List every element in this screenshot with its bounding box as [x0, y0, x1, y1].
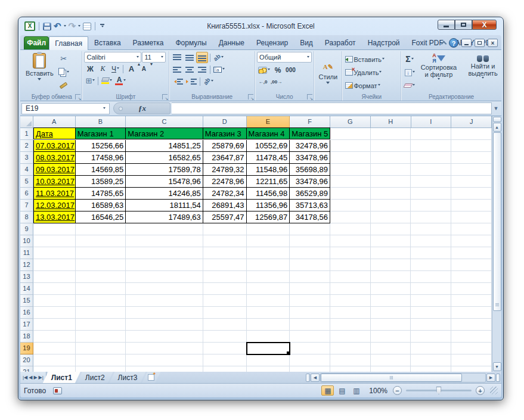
formula-input[interactable] [172, 102, 492, 114]
cell-J11[interactable] [451, 247, 492, 259]
collapse-ribbon-icon[interactable] [441, 41, 447, 47]
cell-G21[interactable] [330, 366, 371, 372]
cell-A14[interactable] [33, 283, 76, 295]
decrease-indent-button[interactable] [171, 76, 184, 87]
sheet-tab-лист1[interactable]: Лист1 [43, 372, 80, 383]
col-header-E[interactable]: E [247, 116, 290, 128]
undo-dropdown-icon[interactable] [64, 25, 66, 28]
row-header-5[interactable]: 5 [20, 176, 33, 188]
col-header-D[interactable]: D [203, 116, 247, 128]
tab-file[interactable]: Файл [24, 36, 49, 49]
cell-D4[interactable]: 24789,32 [203, 164, 247, 176]
cell-A16[interactable] [33, 307, 76, 319]
cell-B5[interactable]: 13589,25 [76, 176, 126, 188]
cell-E6[interactable]: 11456,98 [247, 188, 290, 200]
cell-E12[interactable] [247, 259, 290, 271]
cell-F18[interactable] [290, 331, 330, 343]
cell-H18[interactable] [371, 331, 411, 343]
accounting-format-button[interactable] [257, 64, 271, 76]
col-header-C[interactable]: C [126, 116, 203, 128]
cell-D6[interactable]: 24782,34 [203, 188, 247, 200]
cell-I3[interactable] [411, 152, 451, 164]
cell-J12[interactable] [451, 259, 492, 271]
cell-D15[interactable] [203, 295, 247, 307]
cell-E16[interactable] [247, 307, 290, 319]
horizontal-scrollbar[interactable]: ◀ ▶ [305, 372, 501, 383]
cell-J5[interactable] [451, 176, 492, 188]
copy-button[interactable] [57, 67, 70, 78]
cell-I21[interactable] [411, 366, 451, 372]
cell-E21[interactable] [247, 366, 290, 372]
cell-J13[interactable] [451, 271, 492, 283]
row-header-13[interactable]: 13 [20, 271, 33, 283]
cell-F12[interactable] [290, 259, 330, 271]
cell-I17[interactable] [411, 319, 451, 331]
cell-I13[interactable] [411, 271, 451, 283]
font-family-select[interactable]: Calibri [84, 52, 141, 63]
cell-F20[interactable] [290, 354, 330, 366]
cell-I4[interactable] [411, 164, 451, 176]
cell-A11[interactable] [33, 247, 76, 259]
cell-E4[interactable]: 11548,96 [247, 164, 290, 176]
cell-E11[interactable] [247, 247, 290, 259]
cell-J8[interactable] [451, 211, 492, 223]
cell-B9[interactable] [76, 223, 126, 235]
redo-icon[interactable]: ↷ [69, 22, 76, 30]
cell-C3[interactable]: 16582,65 [126, 152, 203, 164]
row-header-18[interactable]: 18 [20, 331, 33, 343]
cell-J18[interactable] [451, 331, 492, 343]
cell-A15[interactable] [33, 295, 76, 307]
cell-styles-button[interactable]: А✎ Стили [316, 57, 340, 87]
cell-A20[interactable] [33, 354, 76, 366]
cell-C4[interactable]: 17589,78 [126, 164, 203, 176]
zoom-slider-thumb[interactable] [436, 387, 442, 394]
cell-F16[interactable] [290, 307, 330, 319]
col-header-H[interactable]: H [371, 116, 411, 128]
cut-button[interactable]: ✂ [57, 53, 70, 64]
split-handle[interactable] [496, 374, 500, 382]
cell-F7[interactable]: 35713,63 [290, 200, 330, 211]
row-header-21[interactable]: 21 [20, 366, 33, 372]
cell-F14[interactable] [290, 283, 330, 295]
cell-H6[interactable] [371, 188, 411, 200]
cell-C12[interactable] [126, 259, 203, 271]
cell-G10[interactable] [330, 235, 371, 247]
workbook-close-button[interactable]: × [488, 39, 498, 47]
font-color-button[interactable]: А [114, 75, 127, 86]
row-header-6[interactable]: 6 [20, 188, 33, 200]
paste-button[interactable]: Вставить [23, 52, 56, 92]
cell-C5[interactable]: 15478,96 [126, 176, 203, 188]
row-header-2[interactable]: 2 [20, 140, 33, 152]
cell-D5[interactable]: 22478,96 [203, 176, 247, 188]
cell-J15[interactable] [451, 295, 492, 307]
cell-G17[interactable] [330, 319, 371, 331]
normal-view-button[interactable]: ▦ [321, 385, 334, 396]
cell-B6[interactable]: 14785,65 [76, 188, 126, 200]
cell-C17[interactable] [126, 319, 203, 331]
row-header-10[interactable]: 10 [20, 235, 33, 247]
cell-G8[interactable] [330, 211, 371, 223]
cell-A3[interactable]: 08.03.2017 [33, 152, 76, 164]
underline-button[interactable]: Ч [109, 63, 121, 74]
cell-E9[interactable] [247, 223, 290, 235]
tab-рецензир[interactable]: Рецензир [250, 36, 294, 49]
cell-F21[interactable] [290, 366, 330, 372]
tab-данные[interactable]: Данные [213, 36, 250, 49]
cell-B21[interactable] [76, 366, 126, 372]
increase-indent-button[interactable] [185, 76, 198, 87]
cell-H14[interactable] [371, 283, 411, 295]
insert-cells-button[interactable]: Вставить [344, 54, 399, 65]
cell-A1[interactable]: Дата [33, 127, 76, 139]
row-header-3[interactable]: 3 [20, 152, 33, 164]
cell-C21[interactable] [126, 366, 203, 372]
col-header-F[interactable]: F [290, 116, 330, 128]
borders-button[interactable]: ⊞ [84, 75, 96, 86]
row-header-1[interactable]: 1 [20, 128, 33, 140]
cell-C13[interactable] [126, 271, 203, 283]
cell-H1[interactable] [371, 128, 411, 140]
cell-J17[interactable] [451, 319, 492, 331]
cell-I7[interactable] [411, 200, 451, 211]
cell-C11[interactable] [126, 247, 203, 259]
cell-J7[interactable] [451, 200, 492, 211]
font-size-select[interactable]: 11 [142, 52, 166, 63]
